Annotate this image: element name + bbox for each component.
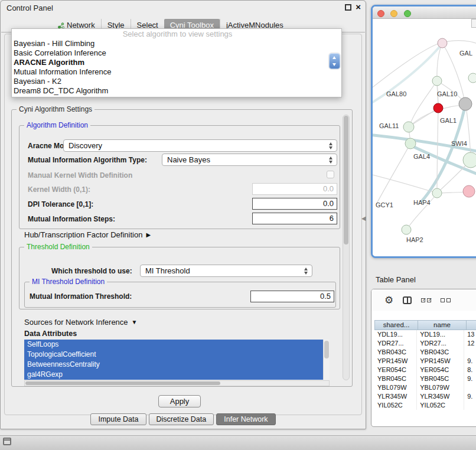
- table-cell: YPR145W: [374, 357, 417, 366]
- algorithm-definition-title: Algorithm Definition: [24, 121, 90, 129]
- network-node[interactable]: [432, 188, 442, 198]
- network-canvas[interactable]: GALGAL80GAL10GAL11GAL1SWI4GAL4GCY1HAP4HA…: [373, 19, 476, 256]
- dpi-tolerance-input[interactable]: 0.0: [252, 198, 337, 210]
- table-row[interactable]: YDL19...YDL19...13: [374, 330, 476, 339]
- network-node[interactable]: [463, 152, 476, 168]
- deselect-all-columns-icon[interactable]: [441, 298, 451, 302]
- attribute-item[interactable]: BetweennessCentrality: [24, 360, 330, 370]
- table-cell: 9.: [464, 392, 476, 401]
- attribute-item[interactable]: SelfLoops: [24, 340, 330, 350]
- bottom-tab-discretize-data[interactable]: Discretize Data: [149, 413, 214, 425]
- close-traffic-light-icon[interactable]: [377, 10, 384, 17]
- table-cell: YDR27...: [417, 339, 464, 348]
- table-cell: 13: [464, 330, 476, 339]
- algorithm-menu-item[interactable]: Dream8 DC_TDC Algorithm: [12, 86, 341, 96]
- attribute-item[interactable]: TopologicalCoefficient: [24, 350, 330, 360]
- scrollbar-thumb[interactable]: [344, 116, 348, 244]
- hub-section-label: Hub/Transcription Factor Definition: [24, 230, 142, 239]
- cyni-settings-group: Cyni Algorithm Settings Algorithm Defini…: [11, 109, 353, 387]
- table-row[interactable]: YDR27...YDR27...12: [374, 339, 476, 348]
- network-node[interactable]: [405, 138, 416, 149]
- chevron-down-icon: ▼: [132, 319, 138, 325]
- table-cell: YLR345W: [417, 392, 464, 401]
- bottom-tab-impute-data[interactable]: Impute Data: [90, 413, 146, 425]
- table-cell: YER054C: [374, 366, 417, 374]
- mi-threshold-group: MI Threshold Definition Mutual Informati…: [24, 282, 336, 308]
- table-row[interactable]: YBR045CYBR045C9.: [374, 374, 476, 383]
- gear-icon[interactable]: ⚙: [384, 295, 393, 305]
- node-label: HAP4: [413, 199, 431, 206]
- algorithm-menu-items: Bayesian - Hill ClimbingBasic Correlatio…: [12, 39, 341, 96]
- table-cell: YDL19...: [417, 330, 464, 339]
- stepper-icon: [328, 156, 334, 164]
- attributes-vscrollbar[interactable]: [323, 340, 330, 380]
- network-node[interactable]: [402, 225, 411, 234]
- network-node[interactable]: [459, 97, 472, 110]
- mi-threshold-label: Mutual Information Threshold:: [30, 292, 132, 301]
- attribute-item[interactable]: gal4RGexp: [24, 370, 330, 380]
- table-row[interactable]: YPR145WYPR145W9.: [374, 357, 476, 366]
- table-row[interactable]: YER054CYER054C8.: [374, 366, 476, 374]
- table-cell: YIL052C: [374, 401, 417, 410]
- algorithm-menu-item[interactable]: ARACNE Algorithm: [12, 58, 341, 67]
- threshold-definition-group: Threshold Definition Which threshold to …: [19, 247, 340, 309]
- mi-steps-input[interactable]: 6: [252, 213, 337, 224]
- scrollbar-thumb[interactable]: [25, 381, 220, 385]
- which-threshold-select[interactable]: MI Threshold: [140, 265, 312, 277]
- panel-collapse-arrow[interactable]: ◀: [361, 215, 366, 221]
- network-node[interactable]: [403, 122, 414, 132]
- algorithm-menu-item[interactable]: Bayesian - Hill Climbing: [12, 39, 341, 48]
- sources-section-toggle[interactable]: Sources for Network Inference ▼: [24, 318, 137, 327]
- table-cell: [464, 383, 476, 392]
- table-row[interactable]: YLR345WYLR345W9.: [374, 392, 476, 401]
- table-row[interactable]: YBR043CYBR043C: [374, 348, 476, 357]
- scrollbar-thumb[interactable]: [324, 341, 329, 358]
- hub-section-toggle[interactable]: Hub/Transcription Factor Definition ▶: [24, 230, 151, 239]
- select-all-columns-icon[interactable]: [421, 298, 431, 302]
- column-header[interactable]: [467, 320, 476, 330]
- algorithm-menu-item[interactable]: Basic Correlation Inference: [12, 48, 341, 58]
- close-window-icon[interactable]: ×: [356, 3, 361, 11]
- network-node[interactable]: [432, 76, 442, 86]
- mi-steps-label: Mutual Information Steps:: [28, 215, 115, 223]
- control-panel-window: Control Panel × NetworkStyleSelectCyni T…: [0, 0, 366, 429]
- table-cell: YPR145W: [417, 357, 464, 366]
- table-row[interactable]: YBL079WYBL079W: [374, 383, 476, 392]
- column-header[interactable]: name: [418, 320, 467, 330]
- table-cell: 12: [464, 339, 476, 348]
- aracne-mode-select[interactable]: Discovery: [63, 139, 337, 152]
- minimized-panel-icon[interactable]: [3, 438, 11, 445]
- algorithm-menu-item[interactable]: Bayesian - K2: [12, 77, 341, 86]
- data-attributes-list: SelfLoopsTopologicalCoefficientBetweenne…: [24, 340, 330, 380]
- mi-threshold-input[interactable]: 0.5: [250, 291, 334, 302]
- node-label: GAL11: [379, 122, 399, 129]
- scrollbar-fragment: [471, 19, 476, 28]
- network-window-titlebar[interactable]: [373, 6, 476, 19]
- menu-placeholder: Select algorithm to view settings: [12, 30, 341, 39]
- table-cell: 9.: [464, 374, 476, 383]
- float-window-icon[interactable]: [345, 4, 351, 11]
- network-node[interactable]: [438, 38, 447, 48]
- network-node[interactable]: [433, 103, 443, 113]
- mi-type-value: Naive Bayes: [167, 155, 210, 164]
- stepper-icon: [304, 267, 309, 275]
- mi-type-select[interactable]: Naive Bayes: [162, 154, 337, 166]
- node-label: GAL1: [440, 117, 457, 124]
- settings-scrollbar[interactable]: [343, 115, 350, 380]
- minimize-traffic-light-icon[interactable]: [390, 10, 397, 17]
- attributes-hscrollbar[interactable]: [24, 380, 330, 386]
- algorithm-menu-item[interactable]: Mutual Information Inference: [12, 67, 341, 77]
- table-cell: YDR27...: [374, 339, 417, 348]
- columns-icon[interactable]: [403, 296, 412, 304]
- table-cell: YBL079W: [417, 383, 464, 392]
- zoom-traffic-light-icon[interactable]: [404, 10, 411, 17]
- network-node[interactable]: [468, 73, 476, 83]
- column-header[interactable]: shared...: [374, 320, 418, 330]
- bottom-tab-infer-network[interactable]: Infer Network: [216, 413, 275, 425]
- network-node[interactable]: [463, 185, 475, 197]
- table-rows: YDL19...YDL19...13YDR27...YDR27...12YBR0…: [374, 330, 476, 426]
- apply-button[interactable]: Apply: [158, 395, 201, 407]
- network-edge: [410, 81, 437, 125]
- combo-stepper-fragment[interactable]: [329, 53, 340, 69]
- table-row[interactable]: YIL052CYIL052C: [374, 401, 476, 410]
